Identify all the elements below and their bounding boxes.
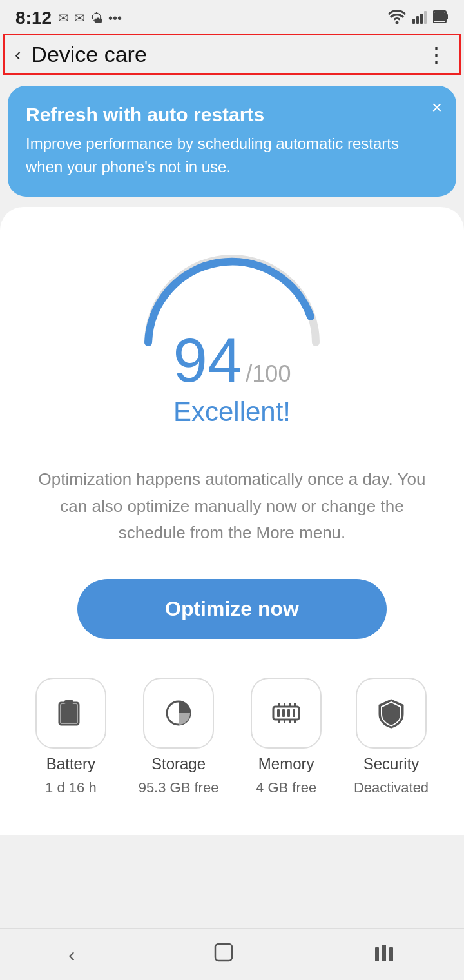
nav-home-button[interactable] xyxy=(193,934,255,975)
gauge-container: 94 /100 Excellent! xyxy=(13,239,451,440)
svg-rect-27 xyxy=(382,945,386,961)
svg-rect-2 xyxy=(416,16,419,24)
svg-rect-28 xyxy=(389,947,393,961)
optimize-now-button[interactable]: Optimize now xyxy=(77,579,387,639)
top-bar-left: ‹ Device care xyxy=(15,42,147,67)
mail-icon: ✉ xyxy=(58,10,69,26)
svg-rect-17 xyxy=(278,720,280,723)
nav-recents-button[interactable] xyxy=(353,934,415,975)
score-number: 94 xyxy=(173,329,242,391)
main-card: 94 /100 Excellent! Optimization happens … xyxy=(0,207,464,835)
svg-rect-24 xyxy=(294,703,296,707)
status-icons: ✉ ✉ 🌤 ••• xyxy=(58,10,122,26)
weather-icon: 🌤 xyxy=(90,11,103,26)
svg-rect-18 xyxy=(284,720,285,723)
svg-rect-13 xyxy=(277,709,280,717)
svg-rect-1 xyxy=(412,19,415,24)
banner-description: Improve performance by scheduling automa… xyxy=(26,132,438,179)
storage-icon-box xyxy=(143,678,214,749)
security-item[interactable]: Security Deactivated xyxy=(354,678,429,796)
svg-rect-9 xyxy=(64,700,73,704)
storage-item[interactable]: Storage 95.3 GB free xyxy=(139,678,219,796)
banner: × Refresh with auto restarts Improve per… xyxy=(8,86,456,197)
more-status-icon: ••• xyxy=(108,11,122,26)
svg-rect-10 xyxy=(61,704,77,723)
optimization-text: Optimization happens automatically once … xyxy=(32,466,432,547)
battery-icon-box xyxy=(35,678,106,749)
status-bar: 8:12 ✉ ✉ 🌤 ••• xyxy=(0,0,464,34)
memory-label: Memory xyxy=(258,755,314,773)
battery-item[interactable]: Battery 1 d 16 h xyxy=(35,678,106,796)
svg-rect-15 xyxy=(287,709,290,717)
score-max: /100 xyxy=(246,360,291,387)
score-row: 94 /100 xyxy=(173,329,291,391)
memory-value: 4 GB free xyxy=(256,779,316,796)
svg-rect-25 xyxy=(215,944,232,961)
svg-rect-26 xyxy=(375,947,379,961)
svg-rect-16 xyxy=(293,709,295,717)
svg-point-0 xyxy=(396,21,399,24)
banner-title: Refresh with auto restarts xyxy=(26,104,438,126)
svg-rect-4 xyxy=(424,11,427,24)
svg-rect-14 xyxy=(282,709,285,717)
bottom-grid: Battery 1 d 16 h Storage 95.3 GB free xyxy=(13,678,451,796)
page-title: Device care xyxy=(31,42,147,67)
svg-rect-7 xyxy=(434,12,445,21)
status-left: 8:12 ✉ ✉ 🌤 ••• xyxy=(15,8,122,28)
more-menu-button[interactable]: ⋮ xyxy=(426,43,447,67)
signal-icon xyxy=(412,10,427,27)
memory-icon-box xyxy=(251,678,322,749)
status-time: 8:12 xyxy=(15,8,52,28)
nav-back-button[interactable]: ‹ xyxy=(49,937,94,972)
battery-value: 1 d 16 h xyxy=(45,779,97,796)
memory-icon xyxy=(269,696,303,730)
storage-value: 95.3 GB free xyxy=(139,779,219,796)
svg-rect-23 xyxy=(289,703,291,707)
svg-rect-22 xyxy=(284,703,285,707)
memory-item[interactable]: Memory 4 GB free xyxy=(251,678,322,796)
svg-rect-3 xyxy=(420,14,423,24)
svg-rect-19 xyxy=(289,720,291,723)
bottom-nav: ‹ xyxy=(0,928,464,980)
svg-rect-6 xyxy=(446,14,448,19)
svg-rect-20 xyxy=(294,720,296,723)
security-label: Security xyxy=(363,755,420,773)
security-shield-icon xyxy=(374,696,408,730)
banner-close-button[interactable]: × xyxy=(432,97,442,118)
score-label: Excellent! xyxy=(173,397,291,427)
battery-icon xyxy=(54,696,88,730)
security-value: Deactivated xyxy=(354,779,429,796)
battery-status-icon xyxy=(433,10,449,27)
back-button[interactable]: ‹ xyxy=(15,44,21,65)
battery-label: Battery xyxy=(46,755,95,773)
status-right xyxy=(388,10,449,27)
storage-icon xyxy=(162,696,195,730)
storage-label: Storage xyxy=(151,755,206,773)
top-bar: ‹ Device care ⋮ xyxy=(3,34,461,75)
mail2-icon: ✉ xyxy=(74,10,85,26)
svg-rect-21 xyxy=(278,703,280,707)
wifi-icon xyxy=(388,10,406,27)
security-icon-box xyxy=(356,678,427,749)
